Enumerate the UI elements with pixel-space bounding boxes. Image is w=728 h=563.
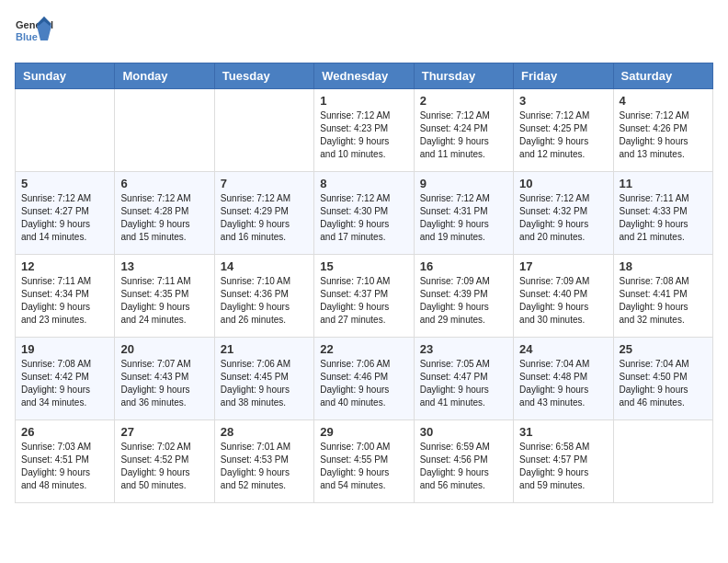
calendar-cell: 5Sunrise: 7:12 AM Sunset: 4:27 PM Daylig… [16, 172, 115, 255]
calendar-week-4: 19Sunrise: 7:08 AM Sunset: 4:42 PM Dayli… [16, 338, 713, 420]
day-info: Sunrise: 6:59 AM Sunset: 4:56 PM Dayligh… [420, 441, 507, 492]
day-number: 21 [221, 342, 308, 356]
calendar-cell: 26Sunrise: 7:03 AM Sunset: 4:51 PM Dayli… [16, 420, 115, 503]
calendar-cell: 9Sunrise: 7:12 AM Sunset: 4:31 PM Daylig… [414, 172, 513, 255]
calendar-cell [115, 89, 214, 172]
day-number: 23 [420, 342, 507, 356]
logo: General Blue [15, 15, 53, 53]
weekday-header-tuesday: Tuesday [214, 63, 313, 89]
weekday-header-wednesday: Wednesday [314, 63, 414, 89]
day-info: Sunrise: 7:11 AM Sunset: 4:33 PM Dayligh… [620, 192, 707, 244]
day-number: 19 [21, 342, 108, 356]
day-info: Sunrise: 7:12 AM Sunset: 4:23 PM Dayligh… [320, 109, 407, 161]
calendar-cell: 24Sunrise: 7:04 AM Sunset: 4:48 PM Dayli… [514, 338, 613, 420]
day-info: Sunrise: 7:12 AM Sunset: 4:27 PM Dayligh… [21, 192, 108, 244]
day-number: 7 [221, 177, 308, 190]
day-info: Sunrise: 7:12 AM Sunset: 4:24 PM Dayligh… [420, 109, 507, 161]
page-header: General Blue [15, 15, 713, 53]
calendar-cell: 18Sunrise: 7:08 AM Sunset: 4:41 PM Dayli… [613, 255, 712, 338]
day-info: Sunrise: 7:12 AM Sunset: 4:32 PM Dayligh… [519, 192, 607, 244]
calendar-cell: 22Sunrise: 7:06 AM Sunset: 4:46 PM Dayli… [314, 338, 414, 420]
calendar-cell: 4Sunrise: 7:12 AM Sunset: 4:26 PM Daylig… [613, 89, 712, 172]
day-info: Sunrise: 7:05 AM Sunset: 4:47 PM Dayligh… [420, 358, 507, 409]
calendar-cell: 8Sunrise: 7:12 AM Sunset: 4:30 PM Daylig… [314, 172, 414, 255]
weekday-header-friday: Friday [514, 63, 613, 89]
calendar-cell: 20Sunrise: 7:07 AM Sunset: 4:43 PM Dayli… [115, 338, 214, 420]
calendar-cell: 1Sunrise: 7:12 AM Sunset: 4:23 PM Daylig… [314, 89, 414, 172]
calendar-cell [613, 420, 712, 503]
calendar-cell: 14Sunrise: 7:10 AM Sunset: 4:36 PM Dayli… [214, 255, 313, 338]
day-number: 10 [519, 177, 607, 190]
day-number: 30 [420, 425, 507, 439]
day-info: Sunrise: 7:12 AM Sunset: 4:26 PM Dayligh… [620, 109, 707, 161]
weekday-header-monday: Monday [115, 63, 214, 89]
day-info: Sunrise: 7:08 AM Sunset: 4:42 PM Dayligh… [21, 358, 108, 409]
weekday-header-sunday: Sunday [16, 63, 115, 89]
day-number: 29 [320, 425, 407, 439]
day-number: 5 [21, 177, 108, 190]
day-number: 20 [120, 342, 208, 356]
day-number: 22 [320, 342, 407, 356]
day-number: 6 [120, 177, 208, 190]
day-info: Sunrise: 7:03 AM Sunset: 4:51 PM Dayligh… [21, 441, 108, 492]
calendar-cell: 16Sunrise: 7:09 AM Sunset: 4:39 PM Dayli… [414, 255, 513, 338]
day-number: 8 [320, 177, 407, 190]
day-number: 31 [519, 425, 607, 439]
calendar-cell: 10Sunrise: 7:12 AM Sunset: 4:32 PM Dayli… [514, 172, 613, 255]
calendar-week-3: 12Sunrise: 7:11 AM Sunset: 4:34 PM Dayli… [16, 255, 713, 338]
day-number: 18 [620, 259, 707, 273]
day-info: Sunrise: 7:04 AM Sunset: 4:48 PM Dayligh… [519, 358, 607, 409]
calendar-table: SundayMondayTuesdayWednesdayThursdayFrid… [15, 63, 713, 503]
day-number: 17 [519, 259, 607, 273]
day-info: Sunrise: 7:09 AM Sunset: 4:39 PM Dayligh… [420, 275, 507, 327]
day-info: Sunrise: 7:06 AM Sunset: 4:46 PM Dayligh… [320, 358, 407, 409]
day-number: 3 [519, 94, 607, 108]
calendar-cell: 2Sunrise: 7:12 AM Sunset: 4:24 PM Daylig… [414, 89, 513, 172]
calendar-cell: 17Sunrise: 7:09 AM Sunset: 4:40 PM Dayli… [514, 255, 613, 338]
day-info: Sunrise: 7:12 AM Sunset: 4:31 PM Dayligh… [420, 192, 507, 244]
day-info: Sunrise: 7:08 AM Sunset: 4:41 PM Dayligh… [620, 275, 707, 327]
calendar-cell: 29Sunrise: 7:00 AM Sunset: 4:55 PM Dayli… [314, 420, 414, 503]
day-number: 2 [420, 94, 507, 108]
day-info: Sunrise: 7:10 AM Sunset: 4:36 PM Dayligh… [221, 275, 308, 327]
svg-text:Blue: Blue [16, 31, 38, 42]
day-number: 15 [320, 259, 407, 273]
calendar-cell: 27Sunrise: 7:02 AM Sunset: 4:52 PM Dayli… [115, 420, 214, 503]
calendar-cell: 7Sunrise: 7:12 AM Sunset: 4:29 PM Daylig… [214, 172, 313, 255]
calendar-cell [16, 89, 115, 172]
day-info: Sunrise: 7:11 AM Sunset: 4:34 PM Dayligh… [21, 275, 108, 327]
calendar-cell: 31Sunrise: 6:58 AM Sunset: 4:57 PM Dayli… [514, 420, 613, 503]
calendar-cell: 11Sunrise: 7:11 AM Sunset: 4:33 PM Dayli… [613, 172, 712, 255]
day-number: 9 [420, 177, 507, 190]
day-info: Sunrise: 7:06 AM Sunset: 4:45 PM Dayligh… [221, 358, 308, 409]
calendar-cell: 23Sunrise: 7:05 AM Sunset: 4:47 PM Dayli… [414, 338, 513, 420]
weekday-header-saturday: Saturday [613, 63, 712, 89]
calendar-cell: 21Sunrise: 7:06 AM Sunset: 4:45 PM Dayli… [214, 338, 313, 420]
day-info: Sunrise: 7:12 AM Sunset: 4:25 PM Dayligh… [519, 109, 607, 161]
calendar-cell: 6Sunrise: 7:12 AM Sunset: 4:28 PM Daylig… [115, 172, 214, 255]
day-number: 28 [221, 425, 308, 439]
day-number: 13 [120, 259, 208, 273]
day-number: 16 [420, 259, 507, 273]
day-info: Sunrise: 7:01 AM Sunset: 4:53 PM Dayligh… [221, 441, 308, 492]
calendar-cell: 30Sunrise: 6:59 AM Sunset: 4:56 PM Dayli… [414, 420, 513, 503]
day-number: 26 [21, 425, 108, 439]
day-number: 25 [620, 342, 707, 356]
day-number: 1 [320, 94, 407, 108]
calendar-cell: 28Sunrise: 7:01 AM Sunset: 4:53 PM Dayli… [214, 420, 313, 503]
calendar-week-5: 26Sunrise: 7:03 AM Sunset: 4:51 PM Dayli… [16, 420, 713, 503]
day-info: Sunrise: 7:12 AM Sunset: 4:30 PM Dayligh… [320, 192, 407, 244]
day-info: Sunrise: 7:04 AM Sunset: 4:50 PM Dayligh… [620, 358, 707, 409]
logo-svg: General Blue [15, 15, 53, 53]
day-number: 12 [21, 259, 108, 273]
weekday-header-row: SundayMondayTuesdayWednesdayThursdayFrid… [16, 63, 713, 89]
calendar-week-1: 1Sunrise: 7:12 AM Sunset: 4:23 PM Daylig… [16, 89, 713, 172]
calendar-cell [214, 89, 313, 172]
day-info: Sunrise: 7:10 AM Sunset: 4:37 PM Dayligh… [320, 275, 407, 327]
day-info: Sunrise: 7:02 AM Sunset: 4:52 PM Dayligh… [120, 441, 208, 492]
calendar-week-2: 5Sunrise: 7:12 AM Sunset: 4:27 PM Daylig… [16, 172, 713, 255]
day-info: Sunrise: 7:07 AM Sunset: 4:43 PM Dayligh… [120, 358, 208, 409]
calendar-cell: 19Sunrise: 7:08 AM Sunset: 4:42 PM Dayli… [16, 338, 115, 420]
day-info: Sunrise: 7:00 AM Sunset: 4:55 PM Dayligh… [320, 441, 407, 492]
day-info: Sunrise: 7:12 AM Sunset: 4:28 PM Dayligh… [120, 192, 208, 244]
